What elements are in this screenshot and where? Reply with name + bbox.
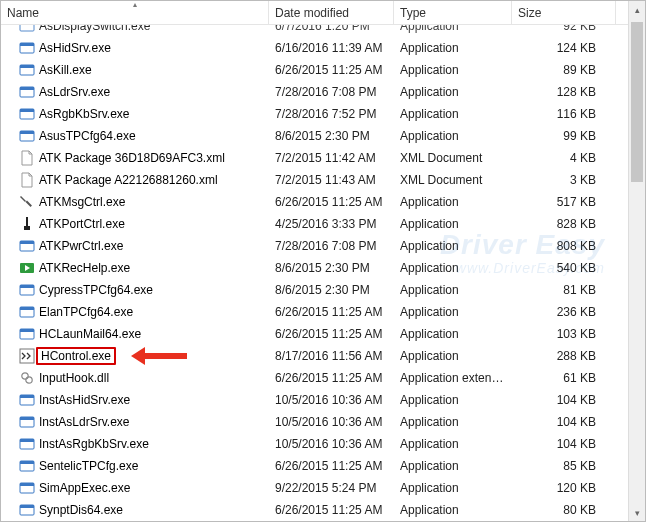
file-row[interactable]: SynptDis64.exe6/26/2015 11:25 AMApplicat… (1, 499, 645, 519)
file-date-cell: 4/25/2016 3:33 PM (269, 217, 394, 231)
file-size-cell: 85 KB (512, 459, 616, 473)
vertical-scrollbar[interactable]: ▴ ▾ (628, 1, 645, 521)
file-name-cell[interactable]: InstAsHidSrv.exe (1, 392, 269, 408)
svg-rect-5 (20, 65, 34, 68)
file-name-cell[interactable]: AsRgbKbSrv.exe (1, 106, 269, 122)
file-name-cell[interactable]: ATKPwrCtrl.exe (1, 238, 269, 254)
file-type-cell: Application (394, 239, 512, 253)
file-size-cell: 808 KB (512, 239, 616, 253)
sort-asc-icon: ▴ (133, 0, 137, 9)
file-row[interactable]: AsLdrSrv.exe7/28/2016 7:08 PMApplication… (1, 81, 645, 103)
svg-rect-20 (20, 285, 34, 288)
file-row[interactable]: InstAsLdrSrv.exe10/5/2016 10:36 AMApplic… (1, 411, 645, 433)
xml-icon (19, 172, 35, 188)
file-name-label: InstAsLdrSrv.exe (39, 415, 129, 429)
file-name-cell[interactable]: ATKPortCtrl.exe (1, 216, 269, 232)
column-label: Size (518, 6, 541, 20)
column-header-type[interactable]: Type (394, 1, 512, 24)
file-row[interactable]: HCLaunMail64.exe6/26/2015 11:25 AMApplic… (1, 323, 645, 345)
file-name-cell[interactable]: SynptDis64.exe (1, 502, 269, 518)
file-size-cell: 89 KB (512, 63, 616, 77)
file-name-label: SynptDis64.exe (39, 503, 123, 517)
file-row[interactable]: SimAppExec.exe9/22/2015 5:24 PMApplicati… (1, 477, 645, 499)
file-name-cell[interactable]: InstAsLdrSrv.exe (1, 414, 269, 430)
file-name-cell[interactable]: ATKRecHelp.exe (1, 260, 269, 276)
file-size-cell: 236 KB (512, 305, 616, 319)
rec-icon (19, 260, 35, 276)
file-row[interactable]: InstAsRgbKbSrv.exe10/5/2016 10:36 AMAppl… (1, 433, 645, 455)
file-name-cell[interactable]: ElanTPCfg64.exe (1, 304, 269, 320)
svg-rect-39 (20, 505, 34, 508)
exe-icon (19, 84, 35, 100)
file-type-cell: Application (394, 459, 512, 473)
svg-point-26 (22, 373, 28, 379)
svg-rect-24 (20, 329, 34, 332)
file-size-cell: 128 KB (512, 85, 616, 99)
svg-rect-29 (20, 395, 34, 398)
file-row[interactable]: ATKRecHelp.exe8/6/2015 2:30 PMApplicatio… (1, 257, 645, 279)
column-label: Type (400, 6, 426, 20)
file-row[interactable]: ATK Package A22126881260.xml7/2/2015 11:… (1, 169, 645, 191)
file-name-cell[interactable]: SimAppExec.exe (1, 480, 269, 496)
file-date-cell: 7/28/2016 7:08 PM (269, 239, 394, 253)
file-size-cell: 99 KB (512, 129, 616, 143)
file-name-cell[interactable]: AsKill.exe (1, 62, 269, 78)
file-date-cell: 6/26/2015 11:25 AM (269, 195, 394, 209)
scroll-track[interactable] (629, 18, 645, 504)
file-row[interactable]: SentelicTPCfg.exe6/26/2015 11:25 AMAppli… (1, 455, 645, 477)
file-name-cell[interactable]: ATK Package 36D18D69AFC3.xml (1, 150, 269, 166)
file-date-cell: 6/26/2015 11:25 AM (269, 503, 394, 517)
file-name-cell[interactable]: AsusTPCfg64.exe (1, 128, 269, 144)
file-row[interactable]: ATKPwrCtrl.exe7/28/2016 7:08 PMApplicati… (1, 235, 645, 257)
column-header-date[interactable]: Date modified (269, 1, 394, 24)
file-type-cell: Application extens... (394, 371, 512, 385)
file-name-cell[interactable]: SentelicTPCfg.exe (1, 458, 269, 474)
file-name-cell[interactable]: AsLdrSrv.exe (1, 84, 269, 100)
file-name-cell[interactable]: AsHidSrv.exe (1, 40, 269, 56)
file-name-cell[interactable]: ATKMsgCtrl.exe (1, 194, 269, 210)
scroll-down-icon[interactable]: ▾ (629, 504, 645, 521)
file-row[interactable]: ATK Package 36D18D69AFC3.xml7/2/2015 11:… (1, 147, 645, 169)
file-row[interactable]: InputHook.dll6/26/2015 11:25 AMApplicati… (1, 367, 645, 389)
file-size-cell: 517 KB (512, 195, 616, 209)
file-name-cell[interactable]: AsDisplaySwitch.exe (1, 25, 269, 34)
file-row[interactable]: AsKill.exe6/26/2015 11:25 AMApplication8… (1, 59, 645, 81)
svg-rect-3 (20, 43, 34, 46)
column-label: Date modified (275, 6, 349, 20)
scroll-thumb[interactable] (631, 22, 643, 182)
file-date-cell: 6/26/2015 11:25 AM (269, 305, 394, 319)
file-row[interactable]: AsRgbKbSrv.exe7/28/2016 7:52 PMApplicati… (1, 103, 645, 125)
svg-rect-7 (20, 87, 34, 90)
exe-icon (19, 128, 35, 144)
file-date-cell: 7/28/2016 7:52 PM (269, 107, 394, 121)
file-type-cell: Application (394, 481, 512, 495)
file-date-cell: 8/17/2016 11:56 AM (269, 349, 394, 363)
svg-rect-33 (20, 439, 34, 442)
file-row[interactable]: InstAsHidSrv.exe10/5/2016 10:36 AMApplic… (1, 389, 645, 411)
column-header-name[interactable]: ▴ Name (1, 1, 269, 24)
file-type-cell: Application (394, 349, 512, 363)
file-row[interactable]: AsDisplaySwitch.exe6/7/2016 1:20 PMAppli… (1, 25, 645, 37)
file-row[interactable]: AsHidSrv.exe6/16/2016 11:39 AMApplicatio… (1, 37, 645, 59)
file-name-cell[interactable]: InstAsRgbKbSrv.exe (1, 436, 269, 452)
file-row[interactable]: AsusTPCfg64.exe8/6/2015 2:30 PMApplicati… (1, 125, 645, 147)
file-size-cell: 104 KB (512, 415, 616, 429)
file-name-label: AsKill.exe (39, 63, 92, 77)
file-size-cell: 80 KB (512, 503, 616, 517)
file-row[interactable]: ATKMsgCtrl.exe6/26/2015 11:25 AMApplicat… (1, 191, 645, 213)
file-row[interactable]: HControl.exe8/17/2016 11:56 AMApplicatio… (1, 345, 645, 367)
svg-rect-0 (20, 25, 34, 31)
file-row[interactable]: ATKPortCtrl.exe4/25/2016 3:33 PMApplicat… (1, 213, 645, 235)
scroll-up-icon[interactable]: ▴ (629, 1, 645, 18)
file-name-label: ATK Package A22126881260.xml (39, 173, 218, 187)
file-name-cell[interactable]: HCLaunMail64.exe (1, 326, 269, 342)
file-name-cell[interactable]: InputHook.dll (1, 370, 269, 386)
file-size-cell: 540 KB (512, 261, 616, 275)
file-date-cell: 6/26/2015 11:25 AM (269, 459, 394, 473)
file-row[interactable]: ElanTPCfg64.exe6/26/2015 11:25 AMApplica… (1, 301, 645, 323)
file-name-cell[interactable]: ATK Package A22126881260.xml (1, 172, 269, 188)
file-row[interactable]: CypressTPCfg64.exe8/6/2015 2:30 PMApplic… (1, 279, 645, 301)
column-header-size[interactable]: Size (512, 1, 616, 24)
svg-rect-25 (20, 349, 34, 363)
file-name-cell[interactable]: CypressTPCfg64.exe (1, 282, 269, 298)
